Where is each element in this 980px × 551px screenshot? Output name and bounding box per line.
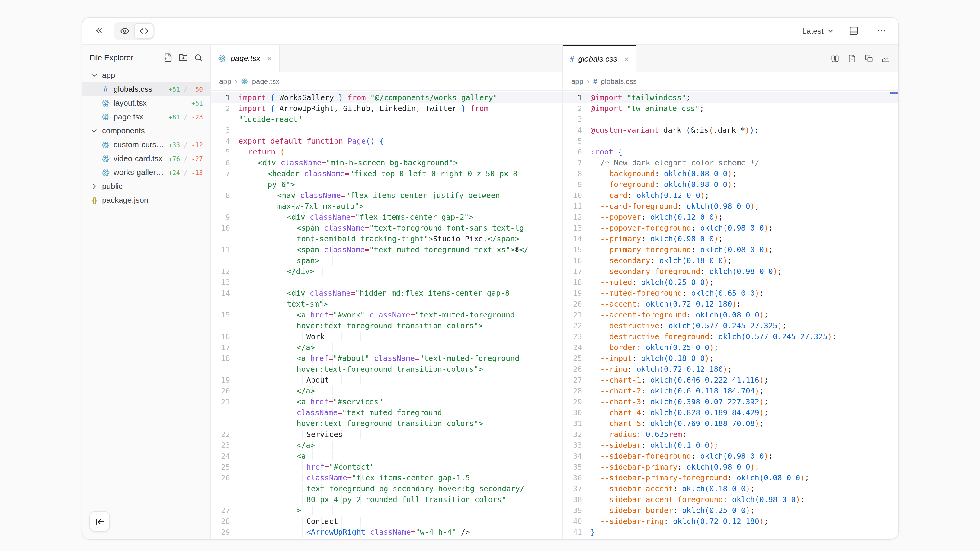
ellipsis-icon[interactable]: [873, 22, 890, 39]
line-number: [211, 255, 239, 266]
line-number: 4: [563, 125, 590, 136]
code-line-34: 34--sidebar-foreground: oklch(0.98 0 0);: [563, 451, 899, 462]
indent-guide: [302, 527, 303, 537]
chevrons-left-icon[interactable]: [91, 22, 108, 39]
hash-file-icon: #: [102, 84, 110, 94]
code-line-11: 11<span className="text-muted-foreground…: [211, 245, 562, 255]
top-toolbar: Latest: [82, 17, 899, 44]
indent-guide: [95, 82, 95, 96]
line-number: 14: [563, 233, 590, 245]
line-number: 35: [563, 462, 590, 473]
tab-globals.css[interactable]: #globals.css×: [563, 44, 636, 72]
version-dropdown[interactable]: Latest: [802, 26, 834, 35]
tree-file-works-galler[interactable]: works-galler…+24 / -13: [82, 165, 210, 179]
close-icon[interactable]: ×: [624, 54, 628, 64]
indent-guide: [360, 375, 361, 384]
react-file-icon: [102, 113, 110, 121]
chevron-right-icon: [90, 182, 99, 191]
line-number: 8: [211, 190, 239, 201]
code-view-icon[interactable]: [134, 23, 153, 39]
line-number: 11: [563, 201, 590, 212]
line-number: [211, 494, 239, 505]
code-area[interactable]: 1@import "tailwindcss";2@import "tw-anim…: [563, 91, 899, 539]
indent-guide: [293, 354, 294, 363]
indent-guide: [360, 430, 361, 439]
folder-plus-icon[interactable]: [179, 53, 188, 62]
diff-stats: +51 / -50: [169, 86, 210, 93]
indent-guide: [341, 375, 342, 384]
line-number: 8: [563, 168, 590, 179]
line-number: 27: [563, 375, 590, 386]
indent-guide: [293, 365, 294, 373]
breadcrumb[interactable]: app›page.tsx: [211, 72, 562, 91]
close-icon[interactable]: ×: [267, 53, 272, 63]
code-line-8: 8--background: oklch(0.08 0 0);: [563, 168, 899, 179]
tree-folder-app[interactable]: app: [82, 68, 210, 82]
indent-guide: [275, 191, 275, 200]
tree-file-package.json[interactable]: {}package.json: [82, 193, 210, 207]
indent-guide: [322, 441, 323, 449]
code-line-28: 28Contact: [211, 516, 562, 527]
copy-icon[interactable]: [865, 54, 873, 62]
line-number: 28: [211, 516, 239, 527]
line-number: [211, 201, 239, 212]
code-line-22: 22Services: [211, 429, 562, 440]
indent-guide: [293, 419, 294, 428]
code-line-8: 8<nav className="flex items-center justi…: [211, 190, 562, 201]
tree-file-page.tsx[interactable]: page.tsx+81 / -28: [82, 110, 210, 124]
code-line-23: 23--destructive-foreground: oklch(0.577 …: [563, 331, 899, 342]
tree-file-video-card.tsx[interactable]: video-card.tsx+76 / -27: [82, 151, 210, 165]
braces-file-icon: {}: [90, 197, 99, 204]
split-panel-icon[interactable]: [831, 54, 839, 62]
code-line-36: 36--sidebar-primary-foreground: oklch(0.…: [563, 473, 899, 483]
breadcrumb[interactable]: app›#globals.css: [563, 72, 899, 91]
line-number: [211, 418, 239, 429]
arrow-left-to-line-icon[interactable]: [89, 511, 110, 532]
line-number: 26: [563, 364, 590, 375]
code-line-10: 10<span className="text-foreground font-…: [211, 223, 562, 233]
code-line-7: 7<header className="fixed top-0 left-0 r…: [211, 168, 562, 179]
indent-guide: [350, 517, 351, 526]
file-plus-icon[interactable]: [848, 54, 856, 62]
line-number: 27: [211, 505, 239, 516]
indent-guide: [322, 256, 323, 265]
download-icon[interactable]: [881, 54, 890, 62]
line-number: 7: [563, 157, 590, 168]
tree-file-globals.css[interactable]: #globals.css+51 / -50: [82, 82, 210, 96]
code-line-7: 7/* New dark elegant color scheme */: [563, 157, 899, 168]
tree-folder-public[interactable]: public: [82, 179, 210, 193]
search-icon[interactable]: [194, 53, 203, 62]
line-number: [211, 483, 239, 494]
indent-guide: [322, 343, 323, 352]
tree-folder-components[interactable]: components: [82, 124, 210, 138]
indent-guide: [293, 234, 294, 243]
indent-guide: [293, 343, 294, 352]
panel-bottom-icon[interactable]: [845, 22, 862, 39]
tab-page.tsx[interactable]: page.tsx×: [211, 44, 280, 72]
line-number: 1: [211, 92, 239, 103]
code-line-3: 3: [563, 114, 899, 125]
react-file-icon: [218, 54, 226, 62]
code-line-20: 20</a>: [211, 386, 562, 397]
react-file-icon: [102, 98, 110, 107]
code-line-32: 32--radius: 0.625rem;: [563, 429, 899, 440]
code-line-6: 6:root {: [563, 147, 899, 157]
code-line-29: 29<ArrowUpRight className="w-4 h-4" />: [211, 527, 562, 538]
tree-file-custom-curs[interactable]: custom-curs…+33 / -12: [82, 138, 210, 151]
line-number: 10: [211, 223, 239, 233]
code-line-16: 16--secondary: oklch(0.18 0 0);: [563, 255, 899, 266]
tree-file-layout.tsx[interactable]: layout.tsx+51: [82, 96, 210, 110]
code-line-31: 31--chart-5: oklch(0.769 0.188 70.08);: [563, 418, 899, 429]
indent-guide: [275, 202, 275, 211]
preview-eye-icon[interactable]: [115, 23, 134, 39]
file-plus-icon[interactable]: [164, 53, 173, 62]
file-label: app: [102, 71, 115, 79]
code-area[interactable]: 1import { WorksGallery } from "@/compone…: [211, 91, 562, 539]
line-number: 3: [211, 125, 239, 136]
line-number: 12: [563, 212, 590, 223]
indent-guide: [284, 289, 285, 297]
code-line-18: 18--muted: oklch(0.25 0 0);: [563, 277, 899, 288]
code-line-wrap: text-foreground bg-secondary hover:bg-se…: [211, 483, 562, 494]
code-line-19: 19--muted-foreground: oklch(0.65 0 0);: [563, 288, 899, 299]
code-line-wrap: hover:text-foreground transition-colors"…: [211, 364, 562, 375]
